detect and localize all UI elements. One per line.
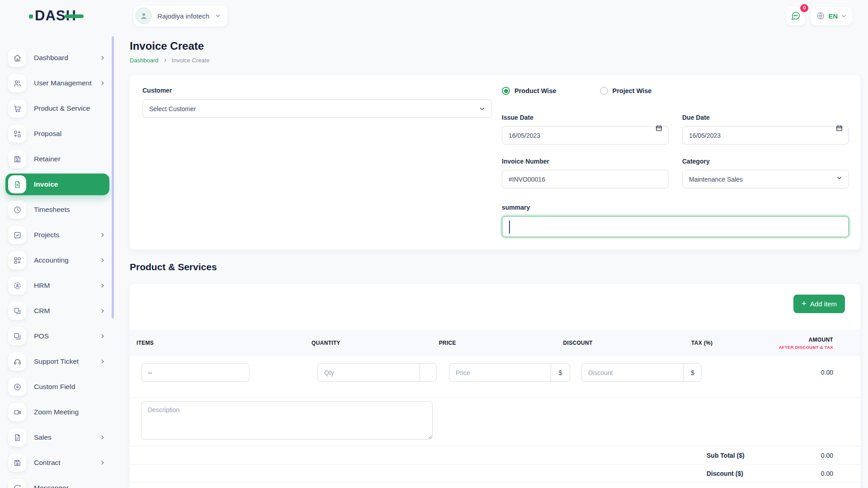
page-title: Invoice Create <box>130 40 860 52</box>
sidebar-item-zoom-meeting[interactable]: Zoom Meeting <box>5 401 109 423</box>
sidebar-item-messenger[interactable]: Messenger <box>5 477 109 488</box>
product-wise-label[interactable]: Product Wise <box>514 87 557 94</box>
main-content: Invoice Create Dashboard Invoice Create … <box>116 32 868 488</box>
sidebar-item-label: Retainer <box>34 155 61 163</box>
sidebar-item-accounting[interactable]: Accounting <box>5 249 109 271</box>
sidebar-item-custom-field[interactable]: Custom Field <box>5 376 109 398</box>
product-wise-radio[interactable] <box>502 87 510 95</box>
sidebar-item-label: Proposal <box>34 130 61 138</box>
project-wise-label[interactable]: Project Wise <box>613 87 652 94</box>
add-item-button[interactable]: + Add item <box>793 295 845 313</box>
chat-smile-icon <box>8 479 26 488</box>
sidebar-item-label: Messenger <box>34 484 69 488</box>
project-wise-radio[interactable] <box>600 87 608 95</box>
sidebar-item-label: Contract <box>34 459 61 467</box>
breadcrumb-dashboard[interactable]: Dashboard <box>130 57 159 64</box>
sidebar-item-crm[interactable]: CRM <box>5 300 109 322</box>
plus-circle-icon <box>8 378 26 396</box>
totals-label: Discount ($) <box>707 470 779 477</box>
totals-label: Sub Total ($) <box>707 452 779 459</box>
sidebar-item-contract[interactable]: Contract <box>5 452 109 474</box>
language-code: EN <box>828 12 838 20</box>
invoice-number-label: Invoice Number <box>502 158 669 165</box>
sidebar-item-hrm[interactable]: HRM <box>5 275 109 296</box>
customer-select[interactable]: Select Customer <box>142 99 492 118</box>
save-icon <box>8 150 26 168</box>
sidebar-item-product-service[interactable]: Product & Service <box>5 98 109 119</box>
sidebar-item-support-ticket[interactable]: Support Ticket <box>5 351 109 372</box>
grid-plus-icon <box>8 251 26 269</box>
item-select[interactable]: -- <box>141 363 250 382</box>
sidebar-item-timesheets[interactable]: Timesheets <box>5 199 109 221</box>
category-select[interactable]: Maintenance Sales <box>682 170 849 188</box>
notifications-button[interactable]: 0 <box>786 7 805 25</box>
totals-value: 0.00 <box>779 452 833 459</box>
quantity-input[interactable] <box>318 364 420 381</box>
sidebar-item-dashboard[interactable]: Dashboard <box>5 47 109 69</box>
video-icon <box>8 403 26 421</box>
totals-section: Sub Total ($)0.00Discount ($)0.00 <box>130 446 860 483</box>
clock-icon <box>8 201 26 219</box>
chevron-right-icon <box>99 257 106 263</box>
add-item-label: Add item <box>810 300 837 308</box>
language-selector[interactable]: EN <box>811 7 852 25</box>
chevron-right-icon <box>99 434 106 441</box>
sidebar-item-sales[interactable]: Sales <box>5 427 109 448</box>
sidebar-item-invoice[interactable]: Invoice <box>5 174 109 195</box>
breadcrumb: Dashboard Invoice Create <box>130 57 860 64</box>
logo-dot-icon <box>29 14 33 19</box>
quantity-stepper[interactable] <box>420 364 436 381</box>
invoice-icon <box>8 175 26 193</box>
cart-icon <box>8 99 26 117</box>
squares-icon <box>8 302 26 320</box>
chevron-down-icon <box>215 13 221 19</box>
invoice-form-card: Customer Select Customer Product Wise Pr… <box>130 75 860 249</box>
sidebar-item-label: User Management <box>34 79 92 87</box>
chevron-right-icon <box>163 58 168 63</box>
sidebar-item-label: POS <box>34 332 49 340</box>
category-label: Category <box>682 158 849 165</box>
col-quantity: QUANTITY <box>311 340 439 346</box>
invoice-number-input[interactable] <box>502 170 669 188</box>
items-table-header: ITEMS QUANTITY PRICE DISCOUNT TAX (%) AM… <box>130 330 860 356</box>
sidebar-item-proposal[interactable]: Proposal <box>5 123 109 145</box>
chevron-right-icon <box>99 460 106 466</box>
description-row <box>130 397 860 446</box>
row-amount: 0.00 <box>800 363 833 382</box>
issue-date-label: Issue Date <box>502 114 669 121</box>
sidebar-item-label: Accounting <box>34 256 69 264</box>
col-tax: TAX (%) <box>691 340 779 346</box>
chevron-right-icon <box>99 282 106 289</box>
file-icon <box>8 428 26 446</box>
summary-textarea[interactable] <box>502 216 849 237</box>
sidebar-scrollbar[interactable] <box>112 36 114 319</box>
sidebar-item-retainer[interactable]: Retainer <box>5 148 109 170</box>
price-input[interactable] <box>449 364 551 381</box>
text-caret <box>509 221 510 234</box>
sidebar-item-user-management[interactable]: User Management <box>5 72 109 94</box>
discount-input[interactable] <box>582 364 684 381</box>
chevron-right-icon <box>99 80 106 86</box>
chat-bubble-icon <box>791 11 801 21</box>
col-items: ITEMS <box>137 340 311 346</box>
chevron-right-icon <box>99 55 106 61</box>
users-icon <box>8 74 26 92</box>
customer-label: Customer <box>142 87 492 94</box>
scan-user-icon <box>8 277 26 295</box>
sidebar-item-projects[interactable]: Projects <box>5 224 109 246</box>
squares-icon <box>8 327 26 345</box>
workspace-dropdown[interactable]: Rajodiya infotech <box>133 6 227 26</box>
due-date-input[interactable] <box>682 126 849 145</box>
sidebar-item-pos[interactable]: POS <box>5 325 109 347</box>
sidebar-item-label: Product & Service <box>34 104 90 113</box>
item-row: -- $ $ 0.00 <box>130 356 860 397</box>
description-textarea[interactable] <box>141 401 433 440</box>
issue-date-input[interactable] <box>502 126 669 145</box>
headset-icon <box>8 352 26 371</box>
sidebar-item-label: Timesheets <box>34 206 70 214</box>
home-icon <box>8 49 26 67</box>
sidebar-item-label: Custom Field <box>34 383 75 391</box>
sidebar-item-label: HRM <box>34 282 50 290</box>
chevron-right-icon <box>99 333 106 339</box>
brand-logo: DASH <box>0 8 116 24</box>
